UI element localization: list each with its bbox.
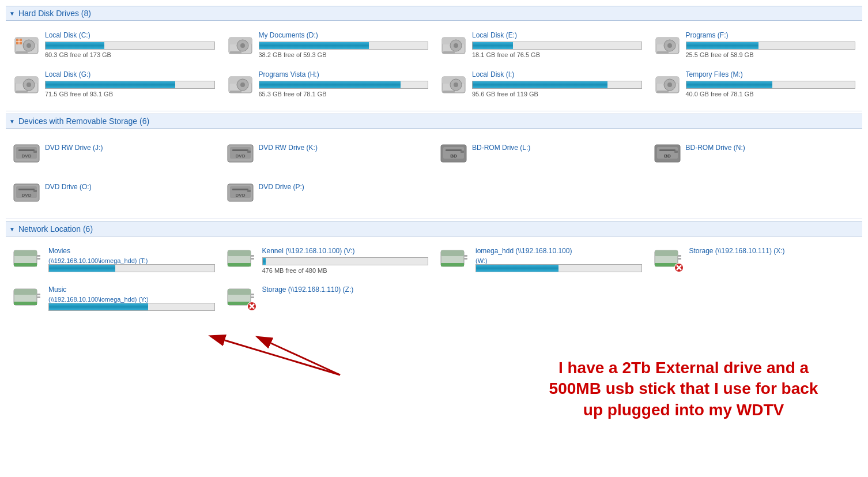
drive-item[interactable]: My Documents (D:) 38.2 GB free of 59.3 G… bbox=[224, 28, 431, 62]
drive-item[interactable]: Programs (F:) 25.5 GB free of 58.9 GB bbox=[651, 28, 858, 62]
removable-drive-item[interactable]: DVD DVD RW Drive (K:) bbox=[224, 136, 431, 170]
svg-rect-57 bbox=[461, 151, 464, 153]
drive-info: Local Disk (G:) 71.5 GB free of 93.1 GB bbox=[45, 70, 215, 97]
drive-name: Tempory Files (M:) bbox=[686, 70, 856, 78]
drive-progress-fill bbox=[263, 258, 266, 265]
net-drive-icon-wrap bbox=[227, 247, 258, 274]
drive-progress-fill bbox=[473, 81, 607, 88]
drive-progress-bar bbox=[262, 257, 429, 265]
svg-rect-86 bbox=[464, 255, 467, 257]
drive-progress-bar bbox=[686, 81, 856, 89]
hdd-drive-icon bbox=[227, 70, 254, 98]
removable-drive-item[interactable]: BD BD-ROM Drive (N:) bbox=[651, 136, 858, 170]
drive-item[interactable]: Tempory Files (M:) 40.0 GB free of 78.1 … bbox=[651, 67, 858, 102]
drive-progress-fill bbox=[473, 42, 513, 49]
removable-drive-icon: DVD bbox=[13, 139, 40, 167]
removable-drive-item[interactable]: DVD DVD RW Drive (J:) bbox=[10, 136, 217, 170]
drive-info: Movies (\\192.168.10.100\iomega_hdd) (T:… bbox=[48, 247, 215, 274]
svg-rect-76 bbox=[37, 255, 40, 257]
drive-size: 71.5 GB free of 93.1 GB bbox=[45, 91, 215, 97]
drive-name: Movies bbox=[48, 247, 215, 255]
drive-progress-fill bbox=[686, 42, 759, 49]
drive-item[interactable]: Local Disk (I:) 95.6 GB free of 119 GB bbox=[437, 67, 644, 102]
svg-line-112 bbox=[225, 340, 340, 375]
drive-info: BD-ROM Drive (N:) bbox=[686, 139, 856, 154]
drive-info: Local Disk (I:) 95.6 GB free of 119 GB bbox=[472, 70, 642, 97]
drive-size: 95.6 GB free of 119 GB bbox=[472, 91, 642, 97]
drive-item[interactable]: Programs Vista (H:) 65.3 GB free of 78.1… bbox=[224, 67, 431, 102]
drive-info: Programs Vista (H:) 65.3 GB free of 78.1… bbox=[259, 70, 429, 97]
svg-rect-100 bbox=[37, 294, 40, 295]
drive-name: Kennel (\\192.168.10.100) (V:) bbox=[262, 247, 429, 255]
network-drive-item[interactable]: Storage (\\192.168.10.111) (X:) bbox=[651, 243, 858, 277]
drive-progress-bar bbox=[472, 42, 642, 50]
network-drive-item[interactable]: Kennel (\\192.168.10.100) (V:) 476 MB fr… bbox=[224, 243, 431, 277]
svg-rect-89 bbox=[655, 250, 678, 256]
drive-progress-fill bbox=[49, 265, 115, 272]
svg-rect-87 bbox=[464, 258, 467, 260]
drive-progress-fill bbox=[259, 81, 401, 88]
drive-size: 25.5 GB free of 58.9 GB bbox=[686, 51, 856, 58]
removable-drive-item[interactable]: DVD DVD Drive (O:) bbox=[10, 175, 217, 209]
drive-info: My Documents (D:) 38.2 GB free of 59.3 G… bbox=[259, 31, 429, 58]
svg-rect-27 bbox=[16, 91, 28, 93]
drive-progress-bar bbox=[48, 264, 215, 272]
network-drive-item[interactable]: Music (\\192.168.10.100\iomega_hdd) (Y:) bbox=[10, 282, 217, 316]
removable-drive-item[interactable]: DVD DVD Drive (P:) bbox=[224, 175, 431, 209]
drive-name: Programs (F:) bbox=[686, 31, 856, 39]
drive-info: DVD RW Drive (J:) bbox=[45, 139, 215, 154]
drive-name: Local Disk (I:) bbox=[472, 70, 642, 78]
svg-text:BD: BD bbox=[664, 153, 671, 159]
drive-progress-fill bbox=[46, 81, 175, 88]
removable-drive-item[interactable]: BD BD-ROM Drive (L:) bbox=[437, 136, 644, 170]
net-drive-icon-wrap bbox=[13, 286, 44, 313]
svg-text:DVD: DVD bbox=[235, 153, 245, 159]
drive-sub: (W:) bbox=[475, 257, 642, 264]
svg-rect-101 bbox=[37, 296, 40, 298]
svg-rect-77 bbox=[37, 258, 40, 260]
network-section-header[interactable]: ▼ Network Location (6) bbox=[6, 221, 862, 236]
network-drive-item[interactable]: Movies (\\192.168.10.100\iomega_hdd) (T:… bbox=[10, 243, 217, 277]
svg-text:BD: BD bbox=[450, 153, 457, 159]
drive-info: Local Disk (E:) 18.1 GB free of 76.5 GB bbox=[472, 31, 642, 58]
svg-point-26 bbox=[27, 82, 31, 87]
svg-rect-81 bbox=[251, 255, 254, 257]
svg-rect-80 bbox=[228, 263, 251, 266]
drive-progress-bar bbox=[259, 42, 429, 50]
drive-info: Storage (\\192.168.10.111) (X:) bbox=[689, 247, 856, 257]
drive-info: Programs (F:) 25.5 GB free of 58.9 GB bbox=[686, 31, 856, 58]
drive-progress-fill bbox=[686, 81, 772, 88]
drive-progress-bar bbox=[48, 303, 215, 311]
svg-rect-72 bbox=[247, 190, 251, 192]
svg-rect-75 bbox=[14, 263, 37, 266]
svg-rect-55 bbox=[446, 149, 462, 151]
svg-point-16 bbox=[454, 43, 458, 48]
drive-sub: (\\192.168.10.100\iomega_hdd) (T:) bbox=[48, 257, 215, 264]
hdd-collapse-arrow: ▼ bbox=[9, 10, 15, 17]
drive-name: Local Disk (E:) bbox=[472, 31, 642, 39]
divider-2 bbox=[6, 219, 862, 219]
svg-rect-79 bbox=[228, 250, 251, 256]
removable-drive-icon: DVD bbox=[13, 178, 40, 206]
svg-rect-4 bbox=[16, 51, 28, 54]
svg-point-36 bbox=[454, 82, 458, 87]
hdd-drive-icon bbox=[654, 31, 681, 59]
hdd-drive-icon bbox=[654, 70, 681, 98]
drive-progress-bar bbox=[259, 81, 429, 89]
drive-item[interactable]: Local Disk (C:) 60.3 GB free of 173 GB bbox=[10, 28, 217, 62]
drive-info: iomega_hdd (\\192.168.10.100) (W:) bbox=[475, 247, 642, 274]
network-drive-item[interactable]: iomega_hdd (\\192.168.10.100) (W:) bbox=[437, 243, 644, 277]
drive-item[interactable]: Local Disk (G:) 71.5 GB free of 93.1 GB bbox=[10, 67, 217, 102]
drive-name: iomega_hdd (\\192.168.10.100) bbox=[475, 247, 642, 255]
svg-rect-103 bbox=[228, 289, 251, 295]
hdd-drive-icon bbox=[13, 31, 40, 59]
hdd-section-header[interactable]: ▼ Hard Disk Drives (8) bbox=[6, 6, 862, 21]
drive-name: BD-ROM Drive (L:) bbox=[472, 144, 642, 152]
drive-progress-bar bbox=[475, 264, 642, 272]
drive-info: Music (\\192.168.10.100\iomega_hdd) (Y:) bbox=[48, 286, 215, 313]
net-drive-icon-wrap bbox=[654, 247, 685, 274]
removable-section-header[interactable]: ▼ Devices with Removable Storage (6) bbox=[6, 114, 862, 129]
drive-item[interactable]: Local Disk (E:) 18.1 GB free of 76.5 GB bbox=[437, 28, 644, 62]
svg-line-113 bbox=[271, 343, 340, 375]
network-drive-item[interactable]: Storage (\\192.168.1.110) (Z:) bbox=[224, 282, 431, 316]
